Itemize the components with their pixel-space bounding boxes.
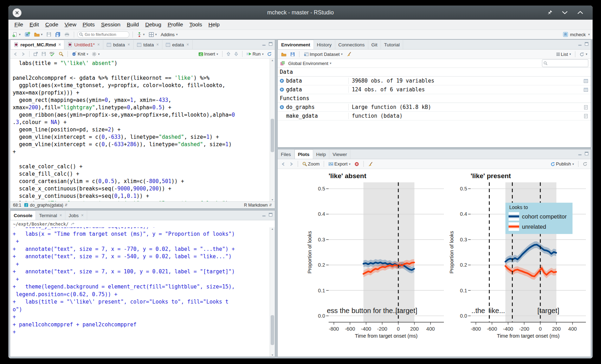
tab-tutorial[interactable]: Tutorial: [381, 40, 403, 49]
view-function-icon[interactable]: [584, 105, 588, 110]
insert-chunk-button[interactable]: C Insert: [197, 51, 219, 57]
clear-all-plots-button[interactable]: [367, 161, 374, 167]
tab-console[interactable]: Console: [10, 210, 36, 220]
close-tab-icon[interactable]: ×: [81, 213, 84, 218]
refresh-environment-button[interactable]: [579, 52, 588, 57]
tab-help[interactable]: Help: [313, 150, 330, 159]
tab-untitled1-[interactable]: Untitled1*×: [64, 40, 103, 49]
expand-object-icon[interactable]: [279, 87, 284, 92]
tab-connections[interactable]: Connections: [335, 40, 368, 49]
popout-button[interactable]: [32, 51, 39, 57]
version-control-button[interactable]: [136, 32, 146, 38]
scope-selector[interactable]: f do_graphs(gdata) ⇵: [24, 203, 67, 208]
next-plot-button[interactable]: [288, 162, 295, 167]
tab-report-mc-rmd[interactable]: report_MC.Rmd×: [10, 40, 64, 49]
environment-scope-selector[interactable]: Global Environment: [287, 60, 332, 66]
menu-tools[interactable]: Tools: [186, 20, 205, 29]
tab-bdata[interactable]: bdata×: [103, 40, 134, 49]
export-plot-button[interactable]: Export: [327, 161, 351, 167]
rerun-button[interactable]: [266, 51, 273, 57]
close-tab-icon[interactable]: ×: [187, 42, 189, 47]
open-in-window-icon[interactable]: [71, 222, 75, 226]
environment-row-gdata[interactable]: gdata124 obs. of 6 variables: [278, 85, 591, 94]
editor-scrollbar[interactable]: ▲ ▼: [270, 59, 275, 201]
editor-settings-button[interactable]: [91, 51, 101, 57]
close-tab-icon[interactable]: ×: [97, 42, 100, 47]
close-button[interactable]: [13, 8, 21, 17]
environment-row-make_gdata[interactable]: make_gdatafunction (bdata): [278, 112, 591, 121]
chevron-up-icon[interactable]: [577, 11, 583, 15]
project-menu[interactable]: R mcheck: [563, 32, 590, 37]
view-table-icon[interactable]: [583, 79, 588, 83]
import-dataset-button[interactable]: Import Dataset: [303, 51, 344, 57]
minimize-pane-icon[interactable]: [262, 213, 266, 217]
menu-profile[interactable]: Profile: [164, 20, 186, 29]
publish-plot-button[interactable]: Publish: [549, 161, 575, 167]
menu-file[interactable]: File: [11, 20, 26, 29]
close-tab-icon[interactable]: ×: [156, 42, 159, 47]
load-workspace-button[interactable]: [280, 52, 287, 57]
clear-environment-button[interactable]: [345, 51, 353, 57]
tab-edata[interactable]: edata×: [162, 40, 193, 49]
tab-viewer[interactable]: Viewer: [329, 150, 350, 159]
code-editor[interactable]: labs(title = "\'like\' absent") panel2co…: [10, 59, 275, 201]
environment-row-bdata[interactable]: bdata39680 obs. of 19 variables: [278, 77, 591, 85]
save-button[interactable]: [45, 32, 52, 37]
pane-layout-button[interactable]: [148, 32, 158, 38]
new-project-button[interactable]: R: [24, 31, 31, 38]
zoom-plot-button[interactable]: Zoom: [301, 161, 321, 167]
tab-git[interactable]: Git: [368, 40, 381, 49]
minimize-pane-icon[interactable]: [578, 42, 582, 46]
maximize-pane-icon[interactable]: [269, 213, 273, 217]
console-output[interactable]: + scale_y_continuous(breaks=seq(0,1,0.1)…: [10, 227, 275, 357]
spellcheck-button[interactable]: ABC: [49, 51, 56, 57]
list-view-button[interactable]: List: [555, 51, 572, 57]
previous-plot-button[interactable]: [280, 162, 286, 167]
maximize-pane-icon[interactable]: [269, 42, 273, 46]
view-function-icon[interactable]: [584, 114, 588, 118]
remove-plot-button[interactable]: [353, 161, 360, 167]
knit-button[interactable]: Knit: [71, 51, 89, 57]
go-down-button[interactable]: [233, 51, 239, 57]
tab-environment[interactable]: Environment: [278, 40, 314, 49]
menu-session[interactable]: Session: [98, 20, 124, 29]
close-tab-icon[interactable]: ×: [58, 42, 61, 47]
go-up-button[interactable]: [225, 51, 232, 57]
new-file-button[interactable]: [11, 32, 22, 38]
expand-object-icon[interactable]: [279, 78, 284, 83]
menu-view[interactable]: View: [62, 20, 79, 29]
console-scrollbar[interactable]: ▲ ▼: [270, 227, 275, 357]
tab-tdata[interactable]: tdata×: [134, 40, 162, 49]
tab-plots[interactable]: Plots: [295, 149, 313, 159]
run-button[interactable]: Run: [245, 51, 265, 57]
pin-icon[interactable]: [547, 10, 552, 15]
save-all-button[interactable]: [54, 32, 62, 38]
maximize-pane-icon[interactable]: [584, 42, 589, 46]
refresh-plot-button[interactable]: [582, 161, 588, 167]
print-button[interactable]: [63, 32, 71, 37]
environment-search-input[interactable]: [542, 59, 588, 67]
doc-mode-selector[interactable]: R Markdown ⇵: [244, 203, 272, 208]
minimize-pane-icon[interactable]: [578, 151, 582, 156]
expand-object-icon[interactable]: [279, 105, 284, 110]
save-doc-button[interactable]: [40, 51, 47, 57]
back-button[interactable]: [12, 52, 19, 57]
menu-debug[interactable]: Debug: [142, 20, 164, 29]
open-file-button[interactable]: [33, 32, 44, 37]
maximize-pane-icon[interactable]: [584, 151, 589, 156]
tab-history[interactable]: History: [314, 40, 335, 49]
menu-plots[interactable]: Plots: [79, 20, 98, 29]
menu-code[interactable]: Code: [42, 20, 62, 29]
tab-jobs[interactable]: Jobs×: [65, 211, 87, 220]
tab-files[interactable]: Files: [278, 150, 295, 159]
menu-build[interactable]: Build: [124, 20, 142, 29]
view-table-icon[interactable]: [583, 87, 588, 92]
save-workspace-button[interactable]: [289, 52, 296, 57]
chevron-down-icon[interactable]: [562, 11, 568, 15]
environment-row-do_graphs[interactable]: do_graphsLarge function (631.8 kB): [278, 103, 591, 112]
close-tab-icon[interactable]: ×: [128, 42, 130, 47]
close-tab-icon[interactable]: ×: [59, 213, 62, 218]
menu-edit[interactable]: Edit: [26, 20, 42, 29]
goto-file-input[interactable]: [77, 31, 129, 38]
find-button[interactable]: [58, 51, 65, 57]
